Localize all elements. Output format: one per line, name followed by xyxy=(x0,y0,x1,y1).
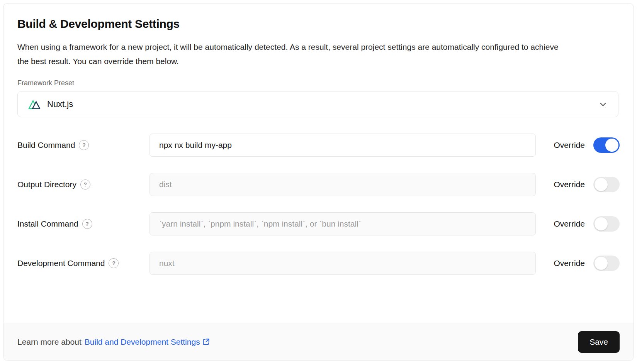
output-directory-row: Output Directory ? Override xyxy=(17,173,620,196)
external-link-icon xyxy=(202,338,210,346)
build-command-row: Build Command ? Override xyxy=(17,134,620,157)
build-settings-card: Build & Development Settings When using … xyxy=(3,3,634,361)
output-directory-input[interactable] xyxy=(149,173,536,196)
build-command-override-toggle[interactable] xyxy=(593,137,620,153)
card-footer: Learn more about Build and Development S… xyxy=(3,323,634,361)
framework-selected-value: Nuxt.js xyxy=(47,99,73,109)
install-command-override-toggle[interactable] xyxy=(593,216,620,232)
settings-description: When using a framework for a new project… xyxy=(17,40,566,68)
override-label: Override xyxy=(554,259,585,268)
framework-preset-label: Framework Preset xyxy=(17,79,620,87)
card-body: Build & Development Settings When using … xyxy=(3,3,634,323)
toggle-knob xyxy=(595,257,608,270)
page-title: Build & Development Settings xyxy=(17,17,620,30)
help-icon[interactable]: ? xyxy=(79,140,89,150)
help-icon[interactable]: ? xyxy=(82,219,92,229)
override-label: Override xyxy=(554,141,585,150)
learn-more-prefix: Learn more about xyxy=(17,337,82,347)
learn-more-text: Learn more about Build and Development S… xyxy=(17,337,210,347)
development-command-row: Development Command ? Override xyxy=(17,252,620,275)
development-command-input[interactable] xyxy=(149,252,536,275)
override-label: Override xyxy=(554,219,585,229)
build-command-label: Build Command xyxy=(17,141,75,150)
framework-preset-select[interactable]: Nuxt.js xyxy=(17,91,618,117)
toggle-knob xyxy=(595,178,608,191)
save-button[interactable]: Save xyxy=(578,331,620,353)
install-command-label: Install Command xyxy=(17,219,78,229)
learn-more-link-label: Build and Development Settings xyxy=(85,337,200,347)
settings-rows: Build Command ? Override Output Director… xyxy=(17,134,620,275)
output-directory-label: Output Directory xyxy=(17,180,76,189)
install-command-input[interactable] xyxy=(149,212,536,235)
build-command-input[interactable] xyxy=(149,134,536,157)
development-command-label: Development Command xyxy=(17,259,105,268)
chevron-down-icon xyxy=(598,99,608,109)
install-command-row: Install Command ? Override xyxy=(17,212,620,235)
toggle-knob xyxy=(605,139,618,152)
help-icon[interactable]: ? xyxy=(109,258,119,268)
output-directory-override-toggle[interactable] xyxy=(593,177,620,192)
nuxt-logo-icon xyxy=(28,98,42,110)
override-label: Override xyxy=(554,180,585,189)
toggle-knob xyxy=(595,217,608,230)
build-settings-docs-link[interactable]: Build and Development Settings xyxy=(85,337,210,347)
help-icon[interactable]: ? xyxy=(80,179,90,190)
development-command-override-toggle[interactable] xyxy=(593,256,620,271)
